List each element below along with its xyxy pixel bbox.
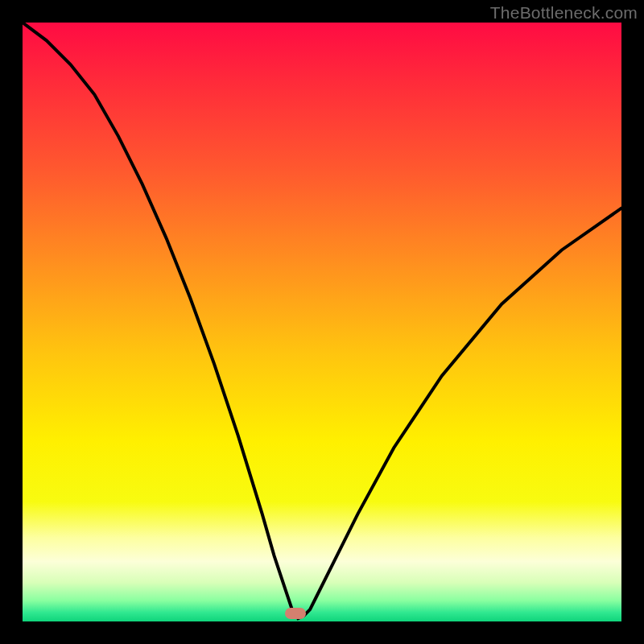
plot-area	[23, 23, 621, 621]
watermark-label: TheBottleneck.com	[490, 3, 638, 23]
chart-frame: TheBottleneck.com	[0, 0, 644, 644]
bottleneck-curve	[23, 23, 621, 621]
optimal-marker	[285, 608, 306, 619]
